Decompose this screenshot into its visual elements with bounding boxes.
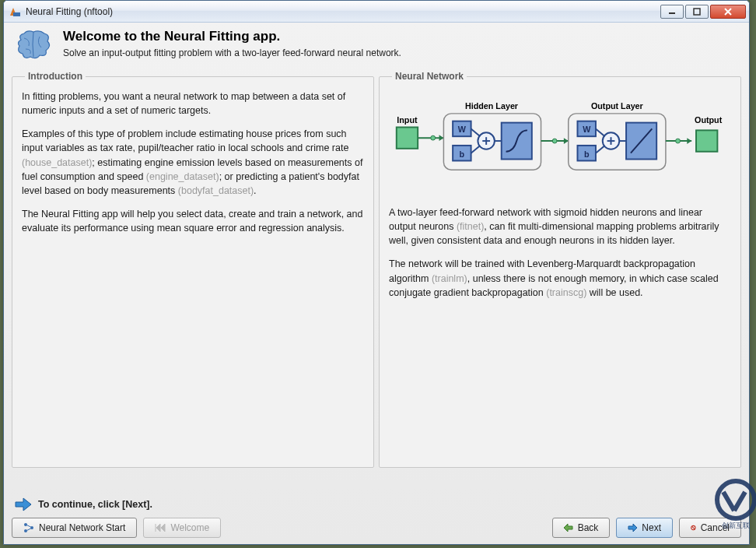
fitnet-link[interactable]: (fitnet) <box>457 221 484 232</box>
app-icon <box>9 5 21 18</box>
svg-line-51 <box>692 526 695 529</box>
next-button[interactable]: Next <box>616 518 673 538</box>
svg-line-36 <box>596 146 605 153</box>
intro-p1: In fitting problems, you want a neural n… <box>22 90 364 118</box>
svg-rect-0 <box>13 12 20 16</box>
page-header: Welcome to the Neural Fitting app. Solve… <box>10 27 743 71</box>
svg-line-19 <box>471 128 481 136</box>
rewind-icon <box>155 523 166 532</box>
svg-rect-44 <box>696 130 717 151</box>
neural-network-start-button[interactable]: Neural Network Start <box>12 518 137 538</box>
svg-text:W: W <box>458 125 467 134</box>
neural-network-panel: Neural Network Input Hidden Layer W b <box>379 71 741 468</box>
nn-start-icon <box>23 522 34 533</box>
svg-text:Input: Input <box>397 115 418 125</box>
continue-hint: To continue, click [Next]. <box>38 499 152 510</box>
svg-text:b: b <box>460 149 465 159</box>
svg-line-48 <box>27 525 31 528</box>
house-dataset-link[interactable]: (house_dataset) <box>22 157 92 168</box>
back-button[interactable]: Back <box>552 518 611 538</box>
close-button[interactable] <box>710 5 746 19</box>
watermark: 创新互联 <box>708 476 756 532</box>
maximize-button[interactable] <box>685 5 709 19</box>
client-area: Welcome to the Neural Fitting app. Solve… <box>4 23 749 544</box>
intro-legend: Introduction <box>25 71 86 82</box>
svg-text:创新互联: 创新互联 <box>722 522 750 529</box>
app-window: Neural Fitting (nftool) Welcome to the N… <box>3 0 750 545</box>
svg-text:W: W <box>583 125 591 134</box>
svg-line-20 <box>471 146 481 153</box>
bodyfat-dataset-link[interactable]: (bodyfat_dataset) <box>178 185 254 196</box>
next-arrow-icon <box>15 497 32 511</box>
titlebar[interactable]: Neural Fitting (nftool) <box>4 1 749 23</box>
trainlm-link[interactable]: (trainlm) <box>432 273 467 284</box>
svg-point-41 <box>676 139 681 143</box>
svg-point-46 <box>24 529 27 532</box>
svg-rect-2 <box>694 9 700 15</box>
svg-text:b: b <box>584 149 590 159</box>
svg-text:Output: Output <box>695 115 723 125</box>
footer: To continue, click [Next]. Neural Networ… <box>12 497 741 538</box>
svg-line-35 <box>596 128 605 136</box>
next-arrow-icon <box>628 524 637 532</box>
nn-legend: Neural Network <box>392 71 467 82</box>
introduction-panel: Introduction In fitting problems, you wa… <box>12 71 374 468</box>
network-diagram: Input Hidden Layer W b <box>389 93 731 194</box>
svg-text:Output Layer: Output Layer <box>591 101 644 111</box>
intro-p3: The Neural Fitting app will help you sel… <box>22 207 364 235</box>
welcome-button: Welcome <box>143 518 221 538</box>
nn-p2: The network will be trained with Levenbe… <box>389 257 731 299</box>
nn-p1: A two-layer feed-forward network with si… <box>389 206 731 248</box>
svg-point-45 <box>24 523 27 526</box>
svg-point-24 <box>552 139 557 143</box>
page-title: Welcome to the Neural Fitting app. <box>63 29 401 44</box>
svg-marker-42 <box>687 138 691 144</box>
minimize-button[interactable] <box>660 5 684 19</box>
svg-line-49 <box>27 529 31 531</box>
svg-point-8 <box>431 135 436 140</box>
cancel-icon <box>691 524 696 532</box>
brain-icon <box>13 29 54 63</box>
svg-text:Hidden Layer: Hidden Layer <box>465 101 519 111</box>
intro-p2: Examples of this type of problem include… <box>22 127 364 198</box>
back-arrow-icon <box>564 524 573 532</box>
svg-marker-9 <box>439 135 444 141</box>
engine-dataset-link[interactable]: (engine_dataset) <box>146 171 219 182</box>
svg-point-52 <box>717 481 754 518</box>
page-subtitle: Solve an input-output fitting problem wi… <box>63 47 401 58</box>
window-controls <box>659 5 746 19</box>
svg-rect-6 <box>397 127 418 148</box>
svg-marker-25 <box>564 138 569 144</box>
window-title: Neural Fitting (nftool) <box>26 6 654 17</box>
trainscg-link[interactable]: (trainscg) <box>546 287 586 298</box>
